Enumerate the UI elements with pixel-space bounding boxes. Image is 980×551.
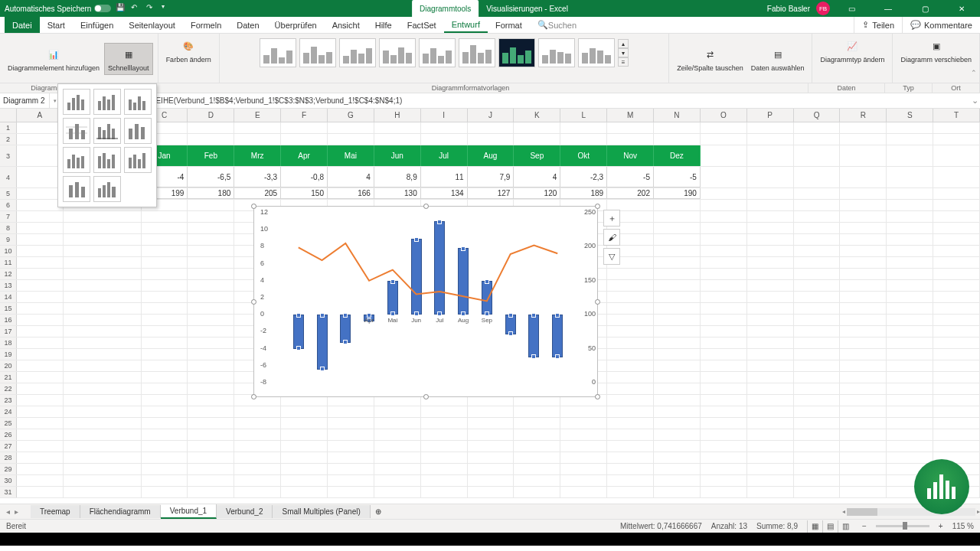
- cell[interactable]: [654, 315, 701, 325]
- cell[interactable]: Jul: [421, 145, 468, 166]
- cell[interactable]: [701, 134, 747, 145]
- change-colors-button[interactable]: 🎨 Farben ändern: [163, 35, 214, 66]
- cell[interactable]: [654, 452, 701, 463]
- cell[interactable]: 127: [468, 188, 514, 199]
- switch-row-column-button[interactable]: ⇄ Zeile/Spalte tauschen: [674, 44, 746, 74]
- cell[interactable]: [840, 349, 887, 360]
- cell[interactable]: [794, 280, 841, 291]
- cell[interactable]: [17, 280, 64, 291]
- cell[interactable]: [747, 134, 794, 145]
- cell[interactable]: [421, 452, 468, 463]
- cell[interactable]: [887, 292, 933, 302]
- zoom-slider[interactable]: [876, 525, 929, 527]
- cell[interactable]: [654, 223, 701, 233]
- tab-factset[interactable]: FactSet: [400, 17, 444, 33]
- cell[interactable]: [17, 337, 64, 348]
- cell[interactable]: [701, 349, 747, 360]
- cell[interactable]: [701, 257, 747, 268]
- cell[interactable]: [17, 429, 64, 440]
- cell[interactable]: [64, 349, 142, 360]
- save-icon[interactable]: 💾: [116, 3, 126, 14]
- cell[interactable]: [654, 395, 701, 406]
- cell[interactable]: [701, 337, 747, 348]
- cell[interactable]: [747, 475, 794, 486]
- cell[interactable]: [747, 383, 794, 394]
- tab-ueberpruefen[interactable]: Überprüfen: [267, 17, 325, 33]
- view-page-break-icon[interactable]: ▥: [838, 520, 853, 533]
- cell[interactable]: [328, 406, 374, 417]
- cell[interactable]: [17, 349, 64, 360]
- cell[interactable]: [794, 452, 841, 463]
- sheet-tab-verbund-1[interactable]: Verbund_1: [161, 504, 217, 519]
- chart-elements-button[interactable]: ＋: [603, 210, 620, 227]
- cell[interactable]: [794, 188, 841, 199]
- cell[interactable]: [514, 464, 560, 474]
- cell[interactable]: [701, 487, 747, 497]
- cell[interactable]: [794, 315, 841, 325]
- cell[interactable]: [17, 395, 64, 406]
- cell[interactable]: [701, 292, 747, 302]
- cell[interactable]: [887, 315, 933, 325]
- chart-styles-more[interactable]: ▴▾≡: [618, 39, 629, 67]
- cell[interactable]: [747, 429, 794, 440]
- cell[interactable]: [560, 429, 607, 440]
- cell[interactable]: [64, 315, 142, 325]
- cell[interactable]: [142, 406, 188, 417]
- cell[interactable]: [607, 269, 654, 279]
- cell[interactable]: [281, 441, 328, 452]
- cell[interactable]: [17, 315, 64, 325]
- cell[interactable]: [747, 223, 794, 233]
- cell[interactable]: [142, 383, 188, 394]
- cell[interactable]: Aug: [468, 145, 514, 166]
- cell[interactable]: [234, 418, 281, 429]
- cell[interactable]: [328, 475, 374, 486]
- cell[interactable]: [794, 337, 841, 348]
- add-sheet-button[interactable]: ⊕: [371, 507, 386, 516]
- row-header[interactable]: 18: [0, 337, 17, 348]
- row-header[interactable]: 15: [0, 303, 17, 314]
- cell[interactable]: [701, 383, 747, 394]
- cell[interactable]: [17, 360, 64, 371]
- row-header[interactable]: 19: [0, 349, 17, 360]
- cell[interactable]: [374, 487, 421, 497]
- cell[interactable]: [887, 134, 933, 145]
- row-header[interactable]: 4: [0, 167, 17, 187]
- cell[interactable]: [701, 418, 747, 429]
- quick-layout-button[interactable]: ▦ Schnelllayout: [104, 43, 153, 75]
- cell[interactable]: [188, 487, 234, 497]
- row-header[interactable]: 14: [0, 292, 17, 302]
- cell[interactable]: [607, 383, 654, 394]
- cell[interactable]: [607, 303, 654, 314]
- cell[interactable]: [234, 475, 281, 486]
- quick-layout-option-1[interactable]: [63, 89, 90, 115]
- cell[interactable]: [142, 211, 188, 222]
- col-header[interactable]: N: [654, 109, 701, 122]
- cell[interactable]: [933, 280, 980, 291]
- cell[interactable]: [560, 487, 607, 497]
- cell[interactable]: [747, 395, 794, 406]
- cell[interactable]: [840, 188, 887, 199]
- view-page-layout-icon[interactable]: ▤: [822, 520, 838, 533]
- cell[interactable]: [701, 303, 747, 314]
- cell[interactable]: [840, 464, 887, 474]
- tab-seitenlayout[interactable]: Seitenlayout: [121, 17, 183, 33]
- resize-handle[interactable]: [595, 299, 600, 305]
- cell[interactable]: 190: [654, 188, 701, 199]
- cell[interactable]: [64, 360, 142, 371]
- cell[interactable]: [328, 464, 374, 474]
- cell[interactable]: [794, 475, 841, 486]
- cell[interactable]: [794, 383, 841, 394]
- row-header[interactable]: 23: [0, 395, 17, 406]
- cell[interactable]: [840, 234, 887, 245]
- cell[interactable]: [933, 418, 980, 429]
- col-header[interactable]: O: [701, 109, 747, 122]
- autosave-toggle[interactable]: Automatisches Speichern: [5, 5, 111, 13]
- resize-handle[interactable]: [595, 204, 600, 209]
- cell[interactable]: 205: [234, 188, 281, 199]
- cell[interactable]: [933, 292, 980, 302]
- cell[interactable]: [747, 406, 794, 417]
- quick-layout-option-9[interactable]: [124, 147, 152, 173]
- cell[interactable]: [701, 211, 747, 222]
- cell[interactable]: [328, 441, 374, 452]
- quick-layout-option-11[interactable]: [93, 176, 121, 202]
